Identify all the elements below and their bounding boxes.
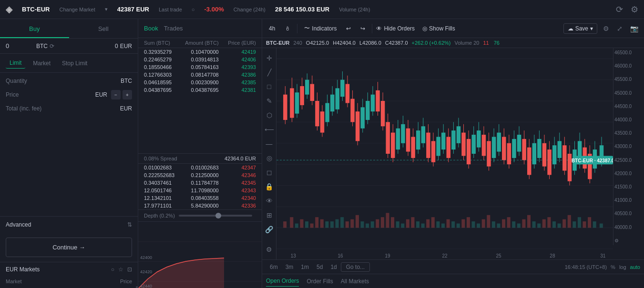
buy-order-row[interactable]: 0.340374610.1178477842345 bbox=[138, 179, 262, 187]
grid-tool[interactable]: ⊞ bbox=[263, 209, 276, 221]
depth-chart-area: 42440 42420 42400 bbox=[138, 221, 262, 288]
top-header: ◈ BTC-EUR Change Market ▾ 42387 EUR Last… bbox=[0, 0, 644, 19]
svg-rect-154 bbox=[336, 219, 339, 228]
price-scale-settings[interactable]: ⚙ bbox=[614, 238, 643, 243]
back-tool[interactable]: ⟵ bbox=[263, 123, 276, 136]
go-to-button[interactable]: Go to... bbox=[341, 262, 370, 272]
camera-button[interactable]: 📷 bbox=[628, 23, 640, 34]
circle-tool[interactable]: ◎ bbox=[263, 152, 276, 164]
svg-rect-168 bbox=[406, 219, 409, 228]
rectangle-tool[interactable]: ◻ bbox=[263, 166, 276, 179]
ob-price-buy: 42345 bbox=[219, 180, 256, 186]
crosshair-tool[interactable]: ✛ bbox=[263, 52, 276, 64]
spread-text: 0.08% Spread bbox=[144, 156, 177, 161]
trend-line-tool[interactable]: ╱ bbox=[263, 66, 276, 79]
svg-text:28: 28 bbox=[550, 253, 555, 258]
bottom-settings-tool[interactable]: ⚙ bbox=[263, 243, 276, 256]
all-markets-tab[interactable]: All Markets bbox=[341, 276, 369, 287]
sell-order-row[interactable]: 0.185504660.0578416342393 bbox=[138, 63, 262, 71]
sell-tab[interactable]: Sell bbox=[69, 19, 138, 38]
eur-markets-link[interactable]: EUR Markets bbox=[6, 266, 40, 273]
time-right: 16:48:15 (UTC+8) % log auto bbox=[565, 264, 640, 270]
price-42000: 42000.0 bbox=[614, 171, 643, 176]
buy-order-row[interactable]: 12.13421010.0840355842340 bbox=[138, 194, 262, 202]
advanced-row[interactable]: Advanced ⇅ bbox=[0, 216, 138, 233]
svg-text:42400: 42400 bbox=[140, 255, 152, 260]
btc-input[interactable] bbox=[6, 42, 34, 50]
measure-tool[interactable]: ⬡ bbox=[263, 109, 276, 121]
show-fills-button[interactable]: ◎ Show Fills bbox=[422, 25, 455, 32]
buy-order-row[interactable]: 12.050174611.709800042343 bbox=[138, 187, 262, 194]
svg-rect-182 bbox=[477, 224, 480, 228]
settings-icon[interactable]: ⚙ bbox=[631, 4, 638, 15]
limit-tab[interactable]: Limit bbox=[6, 58, 25, 69]
price-41000: 41000.0 bbox=[614, 198, 643, 203]
change-market-button[interactable]: Change Market bbox=[60, 7, 95, 12]
volume-val-green: 76 bbox=[494, 40, 500, 46]
buy-order-row[interactable]: 0.010026830.0100268342347 bbox=[138, 164, 262, 171]
eye-visibility-tool[interactable]: 👁 bbox=[263, 195, 276, 207]
hide-orders-button[interactable]: 👁 Hide Orders bbox=[376, 25, 415, 32]
redo-button[interactable]: ↪ bbox=[358, 23, 368, 34]
sell-order-row[interactable]: 0.046185950.0023090042385 bbox=[138, 79, 262, 86]
svg-rect-201 bbox=[572, 221, 576, 228]
shapes-tool[interactable]: □ bbox=[263, 80, 276, 93]
trades-tab[interactable]: Trades bbox=[164, 25, 183, 32]
price-plus-btn[interactable]: + bbox=[123, 90, 132, 99]
market-tab[interactable]: Market bbox=[29, 58, 54, 69]
svg-text:22: 22 bbox=[442, 253, 448, 258]
svg-text:13: 13 bbox=[291, 253, 296, 258]
timeframe-5d-button[interactable]: 5d bbox=[313, 263, 327, 271]
eur-amount: 0 bbox=[115, 43, 118, 50]
lock-tool[interactable]: 🔒 bbox=[263, 180, 276, 193]
open-orders-tab[interactable]: Open Orders bbox=[266, 276, 299, 287]
buy-tab[interactable]: Buy bbox=[0, 19, 69, 38]
buy-order-row[interactable]: 0.2225526830.2125000042346 bbox=[138, 171, 262, 179]
ohlc-change: +262.0 (+0.62%) bbox=[412, 40, 451, 46]
sell-orders: 0.329352790.10470000424190.224652790.039… bbox=[138, 48, 262, 153]
price-minus-btn[interactable]: − bbox=[111, 90, 121, 99]
timeframe-4h-button[interactable]: 4h bbox=[266, 23, 278, 34]
price-46500: 46500.0 bbox=[614, 50, 643, 55]
horizontal-line-tool[interactable]: — bbox=[263, 138, 276, 150]
star-icon[interactable]: ☆ bbox=[118, 266, 123, 273]
copy-icon[interactable]: ⊡ bbox=[127, 266, 132, 273]
log-button[interactable]: log bbox=[619, 264, 626, 270]
sell-order-row[interactable]: 0.224652790.0391481342406 bbox=[138, 56, 262, 63]
refresh-icon-small[interactable]: ⟳ bbox=[50, 43, 54, 50]
svg-rect-177 bbox=[451, 221, 455, 228]
auto-button[interactable]: auto bbox=[630, 264, 640, 270]
quantity-currency: BTC bbox=[121, 78, 132, 84]
left-panel: Buy Sell BTC ⟳ 0 EUR Limit Market Stop L… bbox=[0, 19, 138, 288]
timeframe-6m-button[interactable]: 6m bbox=[266, 263, 282, 271]
book-tab[interactable]: Book bbox=[144, 25, 158, 32]
sell-order-row[interactable]: 0.127663030.0814770842386 bbox=[138, 71, 262, 79]
fullscreen-button[interactable]: ⤢ bbox=[615, 23, 624, 34]
ob-amount: 11.7098000 bbox=[181, 188, 218, 193]
timeframe-1m-button[interactable]: 1m bbox=[297, 263, 313, 271]
refresh-icon[interactable]: ⟳ bbox=[616, 4, 623, 15]
depth-slider[interactable] bbox=[179, 215, 252, 217]
candle-type-button[interactable]: 🕯 bbox=[282, 23, 293, 34]
stop-limit-tab[interactable]: Stop Limit bbox=[58, 58, 91, 69]
timeframe-1d-button[interactable]: 1d bbox=[327, 263, 340, 271]
sell-order-row[interactable]: 0.329352790.1047000042419 bbox=[138, 48, 262, 56]
chart-settings-icon-button[interactable]: ⚙ bbox=[601, 23, 611, 34]
buy-order-row[interactable]: 17.97711015.8429000042336 bbox=[138, 202, 262, 209]
order-fills-tab[interactable]: Order Fills bbox=[307, 276, 333, 287]
chart-left-toolbar: ✛ ╱ □ ✎ ⬡ ⟵ — ◎ ◻ 🔒 👁 ⊞ 🔗 ⚙ bbox=[262, 48, 276, 259]
continue-button[interactable]: Continue → bbox=[6, 238, 132, 257]
link-tool[interactable]: 🔗 bbox=[263, 223, 276, 236]
notification-icon[interactable]: ○ bbox=[111, 266, 114, 273]
undo-button[interactable]: ↩ bbox=[343, 23, 354, 34]
indicators-button[interactable]: 〜 Indicators bbox=[301, 22, 339, 34]
pct-button[interactable]: % bbox=[611, 264, 615, 270]
save-button[interactable]: ☁ Save ▾ bbox=[563, 23, 597, 34]
scroll-thumb[interactable] bbox=[136, 286, 138, 288]
timeframe-3m-button[interactable]: 3m bbox=[282, 263, 297, 271]
price-41500: 41500.0 bbox=[614, 184, 643, 189]
sell-order-row[interactable]: 0.043876950.0438769542381 bbox=[138, 86, 262, 94]
text-tool[interactable]: ✎ bbox=[263, 95, 276, 107]
svg-rect-184 bbox=[487, 215, 490, 228]
depth-thumb[interactable] bbox=[215, 213, 221, 218]
